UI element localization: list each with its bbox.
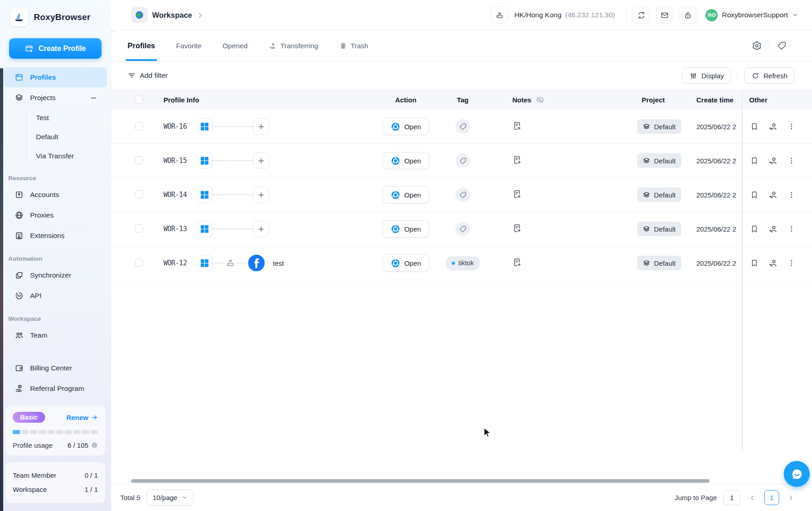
row-checkbox[interactable] (135, 156, 143, 164)
add-tag-button[interactable] (455, 119, 470, 134)
project-item-default[interactable]: Default (36, 127, 111, 147)
add-tag-button[interactable] (455, 222, 470, 236)
select-all-checkbox[interactable] (135, 96, 143, 104)
open-profile-button[interactable]: Open (383, 118, 429, 135)
page-1-button[interactable]: 1 (764, 490, 779, 505)
windows-platform-icon[interactable] (196, 255, 213, 271)
add-note-button[interactable] (512, 189, 522, 199)
add-filter-button[interactable]: Add filter (128, 71, 168, 80)
settings-gear-icon[interactable] (752, 41, 762, 51)
add-account-button[interactable] (253, 152, 269, 169)
row-checkbox[interactable] (135, 122, 143, 130)
more-actions-button[interactable] (787, 259, 796, 267)
tab-trash[interactable]: Trash (339, 30, 368, 61)
open-profile-button[interactable]: Open (383, 220, 429, 238)
row-checkbox[interactable] (135, 190, 143, 198)
add-account-button[interactable] (253, 221, 269, 237)
open-profile-button[interactable]: Open (383, 254, 429, 272)
tab-favorite[interactable]: Favorite (176, 30, 202, 61)
sidebar-item-profiles[interactable]: Profiles (4, 67, 107, 87)
prev-page-button[interactable] (747, 492, 758, 503)
sidebar-item-billing-center[interactable]: Billing Center (4, 358, 107, 378)
project-chip[interactable]: Default (637, 256, 681, 270)
windows-platform-icon[interactable] (196, 187, 213, 203)
project-item-via-transfer[interactable]: Via Transfer (36, 147, 111, 166)
bookmark-button[interactable] (750, 122, 759, 131)
tab-transferring[interactable]: Transferring (269, 30, 318, 61)
sidebar-item-extensions[interactable]: Extensions (4, 226, 107, 246)
project-chip[interactable]: Default (637, 153, 681, 168)
location-ip: (46.232.121.30) (565, 11, 615, 19)
more-actions-button[interactable] (787, 157, 796, 165)
more-actions-button[interactable] (787, 191, 796, 199)
sidebar-item-accounts[interactable]: Accounts (4, 185, 107, 205)
tag-manager-icon[interactable] (777, 41, 786, 51)
project-chip[interactable]: Default (637, 119, 681, 134)
profiles-table: Profile Info Action Tag Notes Project Cr… (111, 90, 812, 484)
sidebar-item-api[interactable]: API (4, 286, 107, 306)
renew-link[interactable]: Renew (66, 414, 98, 421)
project-item-test[interactable]: Test (36, 108, 111, 127)
more-actions-button[interactable] (787, 122, 796, 131)
project-chip[interactable]: Default (637, 187, 681, 202)
tab-profiles[interactable]: Profiles (128, 30, 155, 61)
add-account-button[interactable] (253, 118, 269, 135)
breadcrumb[interactable]: Workspace (131, 7, 204, 23)
proxy-status-button[interactable] (491, 6, 508, 24)
col-profile-info: Profile Info (155, 96, 374, 104)
transfer-profile-button[interactable] (768, 190, 778, 200)
tab-opened[interactable]: Opened (223, 30, 248, 61)
sidebar-item-proxies[interactable]: Proxies (4, 205, 107, 225)
sidebar-item-synchronizer[interactable]: Synchronizer (4, 265, 107, 285)
sync-button[interactable] (633, 6, 650, 24)
row-checkbox[interactable] (135, 224, 143, 233)
windows-platform-icon[interactable] (196, 152, 213, 169)
transfer-profile-button[interactable] (768, 156, 778, 166)
transfer-profile-button[interactable] (768, 122, 778, 132)
sidebar-item-referral-program[interactable]: Referral Program (4, 379, 107, 399)
add-tag-button[interactable] (455, 187, 470, 202)
collapse-minus-icon[interactable] (90, 95, 97, 101)
display-button[interactable]: Display (682, 67, 731, 84)
sidebar-item-projects[interactable]: Projects (4, 88, 107, 108)
lock-button[interactable] (679, 6, 696, 24)
bookmark-button[interactable] (750, 157, 759, 165)
add-note-button[interactable] (512, 223, 522, 233)
chevron-right-icon (197, 12, 204, 19)
proxy-router-icon[interactable] (225, 258, 235, 268)
tag-label: tiktok (459, 259, 474, 267)
bookmark-button[interactable] (750, 191, 759, 199)
project-chip[interactable]: Default (637, 222, 681, 236)
transfer-profile-button[interactable] (768, 224, 778, 234)
bookmark-button[interactable] (750, 259, 759, 268)
refresh-button[interactable]: Refresh (744, 67, 795, 84)
user-menu[interactable]: RO RoxybrowserSupport (702, 6, 803, 24)
add-note-button[interactable] (512, 121, 522, 131)
tag-pill[interactable]: tiktok (445, 256, 480, 270)
sidebar-item-team[interactable]: Team (4, 325, 107, 345)
jump-to-page-input[interactable] (723, 490, 741, 505)
eye-off-icon[interactable] (536, 96, 544, 104)
windows-platform-icon[interactable] (196, 118, 213, 135)
create-profile-button[interactable]: Create Profile (9, 38, 102, 59)
add-note-button[interactable] (512, 155, 522, 165)
usage-progress-bar (13, 430, 98, 434)
add-note-button[interactable] (512, 258, 522, 267)
next-page-button[interactable] (786, 492, 797, 503)
page-size-select[interactable]: 10/page (147, 490, 194, 506)
more-actions-button[interactable] (787, 225, 796, 233)
mail-button[interactable] (656, 6, 673, 24)
windows-platform-icon[interactable] (196, 221, 213, 237)
add-tag-button[interactable] (455, 153, 470, 168)
add-account-button[interactable] (253, 187, 269, 203)
horizontal-scrollbar[interactable] (131, 479, 710, 483)
info-icon[interactable] (91, 442, 98, 449)
open-profile-button[interactable]: Open (383, 152, 429, 169)
facebook-icon[interactable] (248, 255, 265, 271)
row-checkbox[interactable] (135, 258, 143, 267)
open-profile-button[interactable]: Open (383, 186, 429, 203)
bookmark-button[interactable] (750, 225, 759, 233)
transfer-profile-button[interactable] (768, 258, 778, 268)
sidebar-item-label: Synchronizer (30, 271, 71, 279)
support-chat-button[interactable] (784, 461, 810, 487)
